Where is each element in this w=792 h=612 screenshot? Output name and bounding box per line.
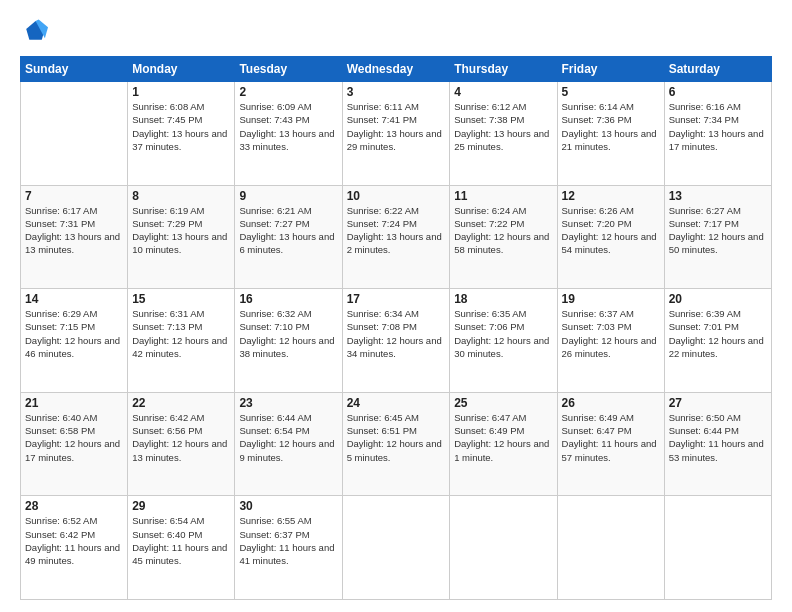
calendar-cell: 4Sunrise: 6:12 AM Sunset: 7:38 PM Daylig… <box>450 82 557 186</box>
calendar-cell: 10Sunrise: 6:22 AM Sunset: 7:24 PM Dayli… <box>342 185 450 289</box>
calendar-cell: 9Sunrise: 6:21 AM Sunset: 7:27 PM Daylig… <box>235 185 342 289</box>
page: SundayMondayTuesdayWednesdayThursdayFrid… <box>0 0 792 612</box>
calendar-cell: 16Sunrise: 6:32 AM Sunset: 7:10 PM Dayli… <box>235 289 342 393</box>
day-number: 17 <box>347 292 446 306</box>
day-info: Sunrise: 6:39 AM Sunset: 7:01 PM Dayligh… <box>669 307 767 360</box>
day-info: Sunrise: 6:45 AM Sunset: 6:51 PM Dayligh… <box>347 411 446 464</box>
weekday-header: Monday <box>128 57 235 82</box>
calendar-cell: 12Sunrise: 6:26 AM Sunset: 7:20 PM Dayli… <box>557 185 664 289</box>
header <box>20 18 772 46</box>
day-info: Sunrise: 6:21 AM Sunset: 7:27 PM Dayligh… <box>239 204 337 257</box>
day-number: 26 <box>562 396 660 410</box>
day-info: Sunrise: 6:49 AM Sunset: 6:47 PM Dayligh… <box>562 411 660 464</box>
day-info: Sunrise: 6:17 AM Sunset: 7:31 PM Dayligh… <box>25 204 123 257</box>
day-number: 25 <box>454 396 552 410</box>
calendar-week-row: 21Sunrise: 6:40 AM Sunset: 6:58 PM Dayli… <box>21 392 772 496</box>
calendar-cell: 28Sunrise: 6:52 AM Sunset: 6:42 PM Dayli… <box>21 496 128 600</box>
calendar-cell: 21Sunrise: 6:40 AM Sunset: 6:58 PM Dayli… <box>21 392 128 496</box>
calendar-cell <box>557 496 664 600</box>
day-number: 12 <box>562 189 660 203</box>
day-info: Sunrise: 6:24 AM Sunset: 7:22 PM Dayligh… <box>454 204 552 257</box>
day-info: Sunrise: 6:42 AM Sunset: 6:56 PM Dayligh… <box>132 411 230 464</box>
day-info: Sunrise: 6:55 AM Sunset: 6:37 PM Dayligh… <box>239 514 337 567</box>
calendar-cell: 3Sunrise: 6:11 AM Sunset: 7:41 PM Daylig… <box>342 82 450 186</box>
day-info: Sunrise: 6:34 AM Sunset: 7:08 PM Dayligh… <box>347 307 446 360</box>
day-number: 10 <box>347 189 446 203</box>
calendar-cell: 15Sunrise: 6:31 AM Sunset: 7:13 PM Dayli… <box>128 289 235 393</box>
weekday-header: Friday <box>557 57 664 82</box>
day-number: 2 <box>239 85 337 99</box>
day-number: 27 <box>669 396 767 410</box>
day-number: 23 <box>239 396 337 410</box>
day-info: Sunrise: 6:09 AM Sunset: 7:43 PM Dayligh… <box>239 100 337 153</box>
day-info: Sunrise: 6:08 AM Sunset: 7:45 PM Dayligh… <box>132 100 230 153</box>
calendar-cell: 23Sunrise: 6:44 AM Sunset: 6:54 PM Dayli… <box>235 392 342 496</box>
day-number: 16 <box>239 292 337 306</box>
calendar-cell: 24Sunrise: 6:45 AM Sunset: 6:51 PM Dayli… <box>342 392 450 496</box>
day-number: 21 <box>25 396 123 410</box>
calendar-cell: 11Sunrise: 6:24 AM Sunset: 7:22 PM Dayli… <box>450 185 557 289</box>
day-info: Sunrise: 6:50 AM Sunset: 6:44 PM Dayligh… <box>669 411 767 464</box>
day-info: Sunrise: 6:22 AM Sunset: 7:24 PM Dayligh… <box>347 204 446 257</box>
day-info: Sunrise: 6:44 AM Sunset: 6:54 PM Dayligh… <box>239 411 337 464</box>
calendar-table: SundayMondayTuesdayWednesdayThursdayFrid… <box>20 56 772 600</box>
calendar-cell: 1Sunrise: 6:08 AM Sunset: 7:45 PM Daylig… <box>128 82 235 186</box>
calendar-cell: 26Sunrise: 6:49 AM Sunset: 6:47 PM Dayli… <box>557 392 664 496</box>
calendar-cell: 7Sunrise: 6:17 AM Sunset: 7:31 PM Daylig… <box>21 185 128 289</box>
logo-icon <box>20 18 48 46</box>
calendar-week-row: 14Sunrise: 6:29 AM Sunset: 7:15 PM Dayli… <box>21 289 772 393</box>
day-info: Sunrise: 6:12 AM Sunset: 7:38 PM Dayligh… <box>454 100 552 153</box>
day-info: Sunrise: 6:35 AM Sunset: 7:06 PM Dayligh… <box>454 307 552 360</box>
day-info: Sunrise: 6:11 AM Sunset: 7:41 PM Dayligh… <box>347 100 446 153</box>
day-number: 29 <box>132 499 230 513</box>
day-info: Sunrise: 6:47 AM Sunset: 6:49 PM Dayligh… <box>454 411 552 464</box>
day-number: 4 <box>454 85 552 99</box>
day-info: Sunrise: 6:32 AM Sunset: 7:10 PM Dayligh… <box>239 307 337 360</box>
day-number: 7 <box>25 189 123 203</box>
calendar-cell: 30Sunrise: 6:55 AM Sunset: 6:37 PM Dayli… <box>235 496 342 600</box>
calendar-cell: 17Sunrise: 6:34 AM Sunset: 7:08 PM Dayli… <box>342 289 450 393</box>
calendar-cell: 19Sunrise: 6:37 AM Sunset: 7:03 PM Dayli… <box>557 289 664 393</box>
day-number: 3 <box>347 85 446 99</box>
day-number: 22 <box>132 396 230 410</box>
calendar-cell: 13Sunrise: 6:27 AM Sunset: 7:17 PM Dayli… <box>664 185 771 289</box>
calendar-week-row: 7Sunrise: 6:17 AM Sunset: 7:31 PM Daylig… <box>21 185 772 289</box>
calendar-cell: 29Sunrise: 6:54 AM Sunset: 6:40 PM Dayli… <box>128 496 235 600</box>
day-number: 20 <box>669 292 767 306</box>
calendar-cell <box>21 82 128 186</box>
calendar-cell <box>342 496 450 600</box>
weekday-header: Tuesday <box>235 57 342 82</box>
day-info: Sunrise: 6:31 AM Sunset: 7:13 PM Dayligh… <box>132 307 230 360</box>
calendar-cell: 22Sunrise: 6:42 AM Sunset: 6:56 PM Dayli… <box>128 392 235 496</box>
calendar-cell: 18Sunrise: 6:35 AM Sunset: 7:06 PM Dayli… <box>450 289 557 393</box>
day-number: 8 <box>132 189 230 203</box>
day-number: 5 <box>562 85 660 99</box>
calendar-cell: 20Sunrise: 6:39 AM Sunset: 7:01 PM Dayli… <box>664 289 771 393</box>
day-number: 30 <box>239 499 337 513</box>
calendar-cell: 27Sunrise: 6:50 AM Sunset: 6:44 PM Dayli… <box>664 392 771 496</box>
day-info: Sunrise: 6:29 AM Sunset: 7:15 PM Dayligh… <box>25 307 123 360</box>
calendar-cell: 8Sunrise: 6:19 AM Sunset: 7:29 PM Daylig… <box>128 185 235 289</box>
day-number: 1 <box>132 85 230 99</box>
day-number: 14 <box>25 292 123 306</box>
day-info: Sunrise: 6:19 AM Sunset: 7:29 PM Dayligh… <box>132 204 230 257</box>
day-number: 18 <box>454 292 552 306</box>
day-number: 9 <box>239 189 337 203</box>
calendar-cell: 14Sunrise: 6:29 AM Sunset: 7:15 PM Dayli… <box>21 289 128 393</box>
day-info: Sunrise: 6:37 AM Sunset: 7:03 PM Dayligh… <box>562 307 660 360</box>
weekday-header: Saturday <box>664 57 771 82</box>
calendar-cell <box>450 496 557 600</box>
calendar-cell: 2Sunrise: 6:09 AM Sunset: 7:43 PM Daylig… <box>235 82 342 186</box>
day-number: 24 <box>347 396 446 410</box>
day-info: Sunrise: 6:26 AM Sunset: 7:20 PM Dayligh… <box>562 204 660 257</box>
calendar-header-row: SundayMondayTuesdayWednesdayThursdayFrid… <box>21 57 772 82</box>
day-info: Sunrise: 6:27 AM Sunset: 7:17 PM Dayligh… <box>669 204 767 257</box>
day-info: Sunrise: 6:14 AM Sunset: 7:36 PM Dayligh… <box>562 100 660 153</box>
calendar-week-row: 28Sunrise: 6:52 AM Sunset: 6:42 PM Dayli… <box>21 496 772 600</box>
day-info: Sunrise: 6:54 AM Sunset: 6:40 PM Dayligh… <box>132 514 230 567</box>
calendar-cell: 5Sunrise: 6:14 AM Sunset: 7:36 PM Daylig… <box>557 82 664 186</box>
day-number: 28 <box>25 499 123 513</box>
day-info: Sunrise: 6:16 AM Sunset: 7:34 PM Dayligh… <box>669 100 767 153</box>
day-info: Sunrise: 6:52 AM Sunset: 6:42 PM Dayligh… <box>25 514 123 567</box>
day-number: 6 <box>669 85 767 99</box>
